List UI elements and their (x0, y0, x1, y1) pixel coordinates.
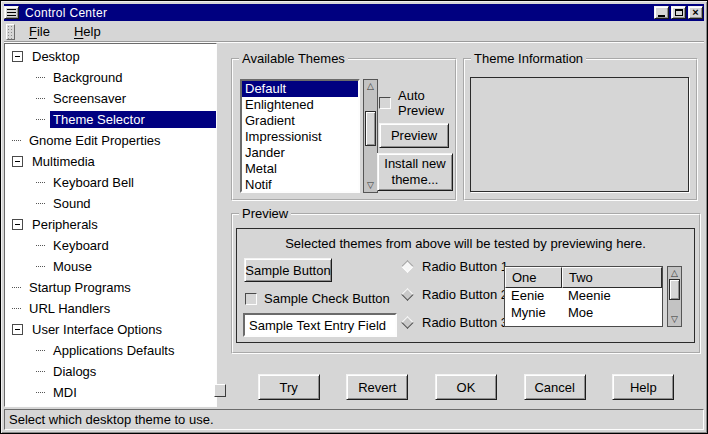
minimize-icon (658, 9, 665, 17)
main-area: DesktopBackgroundScreensaverTheme Select… (4, 43, 704, 407)
sidebar-item-theme-selector[interactable]: Theme Selector (5, 109, 216, 130)
theme-item-notif[interactable]: Notif (242, 177, 358, 193)
theme-list-scrollbar[interactable]: △ ▽ (363, 79, 378, 193)
column-header-one[interactable]: One (505, 267, 562, 288)
tree-connector-icon (36, 392, 45, 393)
window-title: Control Center (25, 6, 654, 20)
available-themes-group: Available Themes DefaultEnlightenedGradi… (231, 58, 457, 201)
radio-radio-button-1[interactable]: Radio Button 1 (403, 252, 508, 280)
radio-radio-button-2[interactable]: Radio Button 2 (403, 280, 508, 308)
available-themes-title: Available Themes (239, 51, 348, 66)
sidebar-item-label: MDI (50, 384, 80, 401)
sidebar-item-url-handlers[interactable]: URL Handlers (5, 298, 216, 319)
theme-item-metal[interactable]: Metal (242, 161, 358, 177)
sidebar-item-background[interactable]: Background (5, 67, 216, 88)
scroll-up-icon[interactable]: △ (668, 267, 681, 279)
toolbar-drag-handle-icon[interactable] (6, 24, 15, 40)
table-row[interactable]: MynieMoe (505, 305, 662, 322)
sidebar-item-user-interface-options[interactable]: User Interface Options (5, 319, 216, 340)
sample-table[interactable]: OneTwo EenieMeenieMynieMoe (504, 266, 663, 327)
menu-bar: FileHelp (4, 22, 704, 42)
expander-icon[interactable] (12, 324, 23, 335)
sidebar-item-label: Screensaver (50, 90, 129, 107)
sidebar-item-applications-defaults[interactable]: Applications Defaults (5, 340, 216, 361)
tree-connector-icon (36, 182, 45, 183)
sidebar-item-multimedia[interactable]: Multimedia (5, 151, 216, 172)
checkbox-icon[interactable] (379, 97, 391, 109)
window-controls: × (654, 6, 703, 19)
sidebar-tree: DesktopBackgroundScreensaverTheme Select… (4, 43, 217, 407)
menu-help[interactable]: Help (68, 22, 107, 41)
install-new-theme-button[interactable]: Install new theme... (377, 153, 453, 191)
table-row[interactable]: EenieMeenie (505, 288, 662, 305)
help-button[interactable]: Help (612, 374, 674, 400)
scrollbar-thumb[interactable] (365, 111, 376, 146)
sidebar-item-label: Sound (50, 195, 94, 212)
close-button[interactable]: × (688, 6, 703, 19)
sidebar-item-screensaver[interactable]: Screensaver (5, 88, 216, 109)
radio-diamond-icon[interactable] (401, 316, 414, 329)
scroll-down-icon[interactable]: ▽ (364, 179, 377, 191)
sidebar-item-mouse[interactable]: Mouse (5, 256, 216, 277)
radio-diamond-icon[interactable] (401, 260, 414, 273)
minimize-button[interactable] (654, 6, 669, 19)
theme-item-jander[interactable]: Jander (242, 145, 358, 161)
cancel-button[interactable]: Cancel (524, 374, 586, 400)
sidebar-item-label: Peripherals (29, 216, 101, 233)
status-bar: Select which desktop theme to use. (4, 409, 704, 430)
sidebar-item-desktop[interactable]: Desktop (5, 46, 216, 67)
try-button[interactable]: Try (258, 374, 320, 400)
tree-connector-icon (36, 350, 45, 351)
maximize-button[interactable] (671, 6, 686, 19)
radio-diamond-icon[interactable] (401, 288, 414, 301)
scroll-up-icon[interactable]: △ (364, 80, 377, 92)
preview-button[interactable]: Preview (379, 123, 449, 148)
expander-icon[interactable] (12, 219, 23, 230)
window-menu-button[interactable] (4, 6, 19, 19)
sidebar-item-startup-programs[interactable]: Startup Programs (5, 277, 216, 298)
sidebar-item-label: Keyboard Bell (50, 174, 137, 191)
sidebar-item-gnome-edit-properties[interactable]: Gnome Edit Properties (5, 130, 216, 151)
ok-button[interactable]: OK (435, 374, 497, 400)
tree-connector-icon (36, 77, 45, 78)
theme-information-title: Theme Information (471, 51, 586, 66)
theme-list[interactable]: DefaultEnlightenedGradientImpressionistJ… (240, 79, 360, 193)
theme-item-gradient[interactable]: Gradient (242, 113, 358, 129)
sidebar-item-peripherals[interactable]: Peripherals (5, 214, 216, 235)
sidebar-item-label: Multimedia (29, 153, 98, 170)
theme-information-frame (470, 77, 689, 192)
sidebar-item-label: Background (50, 69, 125, 86)
sample-table-scrollbar[interactable]: △ ▽ (667, 266, 682, 327)
expander-icon[interactable] (12, 156, 23, 167)
window-menu-icon (7, 9, 16, 17)
theme-item-impressionist[interactable]: Impressionist (242, 129, 358, 145)
sidebar-item-keyboard-bell[interactable]: Keyboard Bell (5, 172, 216, 193)
sidebar-item-mdi[interactable]: MDI (5, 382, 216, 403)
sidebar-item-label: Keyboard (50, 237, 112, 254)
maximize-icon (675, 9, 683, 16)
sidebar-item-label: Startup Programs (26, 279, 134, 296)
sidebar-item-dialogs[interactable]: Dialogs (5, 361, 216, 382)
theme-item-default[interactable]: Default (242, 81, 358, 97)
menu-file[interactable]: File (23, 22, 56, 41)
checkbox-icon[interactable] (245, 293, 257, 305)
auto-preview-checkbox[interactable]: Auto Preview (379, 88, 457, 118)
sidebar-item-keyboard[interactable]: Keyboard (5, 235, 216, 256)
expander-icon[interactable] (12, 51, 23, 62)
scrollbar-thumb[interactable] (669, 279, 680, 300)
sample-button[interactable]: Sample Button (244, 258, 332, 282)
tree-connector-icon (36, 98, 45, 99)
revert-button[interactable]: Revert (346, 374, 408, 400)
column-header-two[interactable]: Two (562, 267, 662, 288)
control-center-window: Control Center × FileHelp DesktopBackgro… (0, 0, 708, 434)
radio-radio-button-3[interactable]: Radio Button 3 (403, 308, 508, 336)
theme-information-group: Theme Information (463, 58, 698, 201)
title-bar[interactable]: Control Center × (4, 4, 704, 21)
sidebar-item-label: Applications Defaults (50, 342, 177, 359)
sample-text-entry[interactable] (243, 313, 397, 337)
scroll-down-icon[interactable]: ▽ (668, 313, 681, 325)
theme-item-enlightened[interactable]: Enlightened (242, 97, 358, 113)
sample-check-button[interactable]: Sample Check Button (245, 291, 390, 306)
preview-description: Selected themes from above will be teste… (237, 236, 694, 251)
sidebar-item-sound[interactable]: Sound (5, 193, 216, 214)
